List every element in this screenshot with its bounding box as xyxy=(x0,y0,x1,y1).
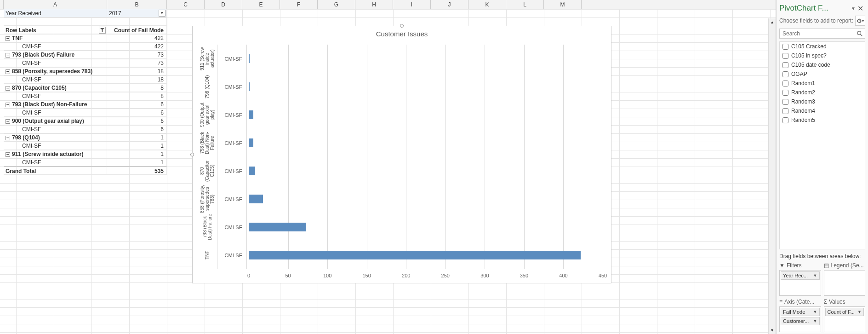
field-checkbox[interactable] xyxy=(782,108,788,114)
sub-label: CMI-SF xyxy=(220,73,247,101)
field-label: Random5 xyxy=(791,117,815,123)
row-label: 793 (Black Dust) Failure xyxy=(12,52,74,58)
field-item[interactable]: Random3 xyxy=(780,97,865,106)
field-chip[interactable]: Year Rec...▼ xyxy=(781,271,820,280)
field-chip[interactable]: Count of F...▼ xyxy=(825,308,864,316)
field-item[interactable]: Random2 xyxy=(780,88,865,97)
legend-zone[interactable] xyxy=(824,270,866,296)
column-header[interactable]: D xyxy=(205,0,242,9)
bar[interactable] xyxy=(249,167,255,175)
search-icon[interactable] xyxy=(854,29,865,38)
column-header[interactable]: G xyxy=(318,0,355,9)
field-item[interactable]: C105 date code xyxy=(780,60,865,69)
pane-title: PivotChart F... xyxy=(779,4,850,13)
table-row[interactable]: −793 (Black Dust) Non-Failure6 xyxy=(4,100,167,109)
table-row[interactable]: CMI-SF6 xyxy=(4,109,167,117)
column-header[interactable]: M xyxy=(544,0,582,9)
chevron-down-icon[interactable]: ▼ xyxy=(857,310,862,314)
column-header[interactable]: E xyxy=(242,0,280,9)
field-item[interactable]: Random1 xyxy=(780,79,865,88)
collapse-icon[interactable]: − xyxy=(6,69,10,74)
collapse-icon[interactable]: − xyxy=(6,36,10,41)
table-row[interactable]: CMI-SF1 xyxy=(4,142,167,150)
column-header[interactable]: B xyxy=(107,0,167,9)
field-chip[interactable]: Fail Mode▼ xyxy=(781,308,820,316)
field-list[interactable]: C105 CrackedC105 in spec?C105 date codeO… xyxy=(779,41,865,249)
chevron-down-icon[interactable]: ▼ xyxy=(813,310,817,314)
collapse-icon[interactable]: − xyxy=(6,136,10,140)
table-row[interactable]: −870 (Capacitor C105)8 xyxy=(4,84,167,92)
column-header[interactable]: F xyxy=(280,0,318,9)
bar[interactable] xyxy=(249,195,263,203)
table-row[interactable]: −858 (Porosity, supersedes 783)18 xyxy=(4,67,167,75)
values-zone[interactable]: Count of F...▼ xyxy=(824,306,866,332)
field-item[interactable]: C105 in spec? xyxy=(780,51,865,60)
row-label: 911 (Screw inside actuator) xyxy=(12,151,83,157)
chart-resize-handle[interactable] xyxy=(400,24,404,28)
search-input[interactable] xyxy=(780,29,854,38)
table-row[interactable]: CMI-SF73 xyxy=(4,59,167,67)
pivot-chart[interactable]: Customer Issues 050100150200250300350400… xyxy=(192,26,611,283)
bar[interactable] xyxy=(249,251,581,259)
scroll-down-icon[interactable]: ▾ xyxy=(771,327,773,334)
field-checkbox[interactable] xyxy=(782,99,788,105)
field-checkbox[interactable] xyxy=(782,53,788,59)
field-chip[interactable]: Customer...▼ xyxy=(781,317,820,325)
filter-value-cell[interactable]: 2017 ▾ xyxy=(107,9,167,17)
chart-resize-handle[interactable] xyxy=(190,153,194,156)
column-header[interactable]: K xyxy=(468,0,506,9)
chevron-down-icon[interactable]: ▼ xyxy=(813,319,817,323)
column-header[interactable]: C xyxy=(167,0,205,9)
column-header[interactable]: L xyxy=(506,0,544,9)
field-item[interactable]: OGAP xyxy=(780,69,865,79)
field-checkbox[interactable] xyxy=(782,71,788,77)
collapse-icon[interactable]: − xyxy=(6,86,10,91)
field-item[interactable]: Random5 xyxy=(780,115,865,125)
field-search[interactable] xyxy=(779,29,865,39)
filter-dropdown-icon[interactable]: ▾ xyxy=(159,10,166,17)
field-checkbox[interactable] xyxy=(782,62,788,68)
bar[interactable] xyxy=(249,54,250,63)
pane-dropdown-icon[interactable]: ▼ xyxy=(851,6,856,11)
table-row[interactable]: −798 (Q104)1 xyxy=(4,133,167,142)
field-checkbox[interactable] xyxy=(782,117,788,123)
column-header[interactable]: I xyxy=(393,0,431,9)
chevron-down-icon[interactable]: ▼ xyxy=(813,273,817,278)
column-header[interactable]: H xyxy=(355,0,393,9)
table-row[interactable]: −911 (Screw inside actuator)1 xyxy=(4,150,167,158)
gear-icon[interactable]: ⚙▾ xyxy=(855,16,865,26)
table-row[interactable]: −793 (Black Dust) Failure73 xyxy=(4,51,167,59)
field-checkbox[interactable] xyxy=(782,44,788,50)
collapse-icon[interactable]: − xyxy=(6,119,10,124)
axis-zone[interactable]: Fail Mode▼Customer...▼ xyxy=(779,306,821,332)
scroll-up-icon[interactable]: ▴ xyxy=(771,18,773,26)
vertical-scrollbar[interactable]: ▴ ▾ xyxy=(768,18,776,334)
x-tick-label: 250 xyxy=(441,273,450,278)
table-row[interactable]: CMI-SF18 xyxy=(4,75,167,84)
field-checkbox[interactable] xyxy=(782,81,788,86)
field-item[interactable]: C105 Cracked xyxy=(780,42,865,51)
field-item[interactable]: Random4 xyxy=(780,106,865,115)
bar[interactable] xyxy=(249,82,250,91)
rowlabels-filter-icon[interactable] xyxy=(99,27,106,34)
table-row[interactable]: CMI-SF8 xyxy=(4,92,167,100)
bar[interactable] xyxy=(249,110,253,119)
field-checkbox[interactable] xyxy=(782,90,788,96)
bar[interactable] xyxy=(249,223,306,231)
collapse-icon[interactable]: − xyxy=(6,103,10,107)
close-icon[interactable]: ✕ xyxy=(856,4,865,13)
filters-zone[interactable]: Year Rec...▼ xyxy=(779,270,821,296)
table-row[interactable]: −TNF422 xyxy=(4,34,167,42)
bar[interactable] xyxy=(249,138,253,147)
column-header[interactable]: J xyxy=(431,0,468,9)
table-row[interactable]: CMI-SF6 xyxy=(4,125,167,133)
table-row[interactable]: CMI-SF1 xyxy=(4,158,167,167)
table-row[interactable]: −900 (Output gear axial play)6 xyxy=(4,117,167,125)
spreadsheet: ABCDEFGHIJKLM Year Received 2017 ▾ Row L… xyxy=(0,0,776,334)
collapse-icon[interactable]: − xyxy=(6,152,10,157)
x-tick-label: 150 xyxy=(362,273,371,278)
column-header[interactable]: A xyxy=(4,0,107,9)
row-value: 73 xyxy=(107,59,167,67)
collapse-icon[interactable]: − xyxy=(6,53,10,58)
table-row[interactable]: CMI-SF422 xyxy=(4,42,167,51)
